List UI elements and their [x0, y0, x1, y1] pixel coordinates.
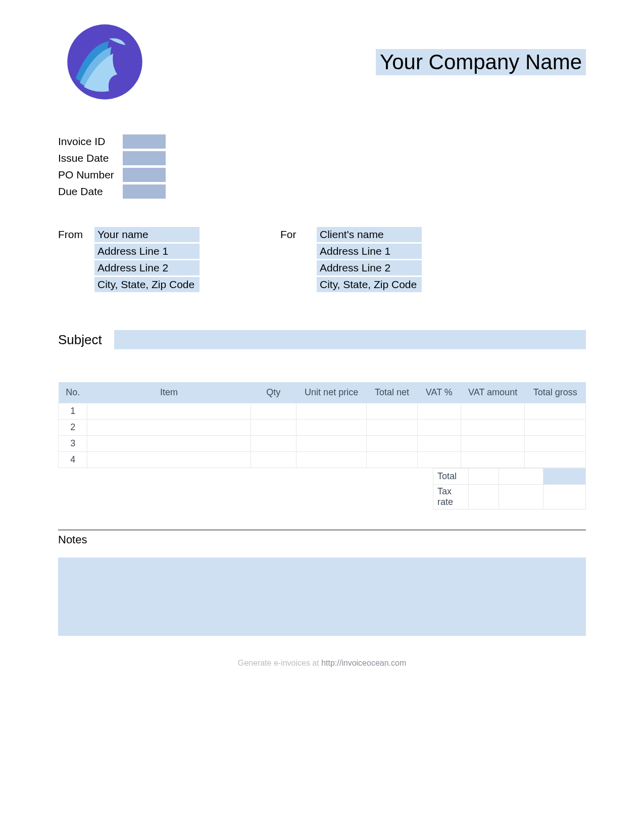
table-row: 4: [59, 452, 586, 468]
cell-gross[interactable]: [525, 452, 586, 468]
cell-item[interactable]: [87, 420, 251, 436]
total-gross[interactable]: [543, 469, 586, 485]
notes-label: Notes: [58, 533, 586, 546]
cell-vatamt[interactable]: [461, 436, 524, 452]
company-name[interactable]: Your Company Name: [376, 49, 586, 75]
cell-no: 3: [59, 436, 87, 452]
cell-qty[interactable]: [251, 420, 296, 436]
col-header-item: Item: [87, 382, 251, 403]
subject-field[interactable]: [114, 330, 586, 349]
invoice-id-field[interactable]: [123, 134, 166, 149]
total-vatp[interactable]: [469, 469, 499, 485]
footer-text: Generate e-invoices at: [238, 659, 321, 667]
cell-qty[interactable]: [251, 436, 296, 452]
footer-link[interactable]: http://invoiceocean.com: [321, 659, 406, 667]
from-name-field[interactable]: Your name: [94, 227, 200, 242]
taxrate-vatamt[interactable]: [499, 485, 543, 509]
subject-row: Subject: [58, 330, 586, 349]
cell-vatp[interactable]: [417, 452, 461, 468]
cell-unit[interactable]: [296, 420, 367, 436]
for-addr1-field[interactable]: Address Line 1: [317, 244, 422, 259]
from-addr1-field[interactable]: Address Line 1: [94, 244, 200, 259]
notes-section: Notes: [58, 530, 586, 636]
cell-no: 2: [59, 420, 87, 436]
table-row: 2: [59, 420, 586, 436]
cell-unit[interactable]: [296, 452, 367, 468]
footer: Generate e-invoices at http://invoiceoce…: [58, 659, 586, 668]
cell-totalnet[interactable]: [367, 452, 418, 468]
cell-gross[interactable]: [525, 436, 586, 452]
notes-field[interactable]: [58, 558, 586, 636]
col-header-no: No.: [59, 382, 87, 403]
from-city-field[interactable]: City, State, Zip Code: [94, 277, 200, 292]
cell-qty[interactable]: [251, 452, 296, 468]
cell-vatp[interactable]: [417, 403, 461, 420]
issue-date-field[interactable]: [123, 151, 166, 165]
total-label: Total: [433, 469, 469, 485]
header: Your Company Name: [58, 20, 586, 104]
from-addr2-field[interactable]: Address Line 2: [94, 260, 200, 275]
for-name-field[interactable]: Client's name: [317, 227, 422, 242]
cell-no: 4: [59, 452, 87, 468]
col-header-gross: Total gross: [525, 382, 586, 403]
issue-date-label: Issue Date: [58, 151, 123, 166]
cell-vatamt[interactable]: [461, 452, 524, 468]
cell-qty[interactable]: [251, 403, 296, 420]
cell-vatp[interactable]: [417, 436, 461, 452]
col-header-totalnet: Total net: [367, 382, 418, 403]
from-block: From Your name Address Line 1 Address Li…: [58, 227, 200, 292]
for-addr2-field[interactable]: Address Line 2: [317, 260, 422, 275]
cell-totalnet[interactable]: [367, 436, 418, 452]
po-number-field[interactable]: [123, 168, 166, 182]
cell-unit[interactable]: [296, 403, 367, 420]
col-header-unit: Unit net price: [296, 382, 367, 403]
subject-label: Subject: [58, 332, 102, 348]
col-header-vatamt: VAT amount: [461, 382, 524, 403]
invoice-meta: Invoice ID Issue Date PO Number Due Date: [58, 134, 586, 199]
cell-item[interactable]: [87, 452, 251, 468]
due-date-label: Due Date: [58, 184, 123, 199]
wave-logo-icon: [63, 20, 146, 104]
cell-gross[interactable]: [525, 420, 586, 436]
cell-unit[interactable]: [296, 436, 367, 452]
total-vatamt[interactable]: [499, 469, 543, 485]
table-row: 3: [59, 436, 586, 452]
for-block: For Client's name Address Line 1 Address…: [280, 227, 422, 292]
due-date-field[interactable]: [123, 184, 166, 199]
col-header-vatp: VAT %: [417, 382, 461, 403]
cell-gross[interactable]: [525, 403, 586, 420]
for-label: For: [280, 227, 317, 292]
invoice-id-label: Invoice ID: [58, 134, 123, 149]
cell-item[interactable]: [87, 403, 251, 420]
po-number-label: PO Number: [58, 167, 123, 182]
cell-vatamt[interactable]: [461, 403, 524, 420]
cell-vatp[interactable]: [417, 420, 461, 436]
for-city-field[interactable]: City, State, Zip Code: [317, 277, 422, 292]
cell-item[interactable]: [87, 436, 251, 452]
items-table: No. Item Qty Unit net price Total net VA…: [58, 382, 586, 468]
tax-rate-label: Tax rate: [433, 485, 469, 509]
cell-totalnet[interactable]: [367, 403, 418, 420]
col-header-qty: Qty: [251, 382, 296, 403]
cell-totalnet[interactable]: [367, 420, 418, 436]
table-row: 1: [59, 403, 586, 420]
taxrate-vatp[interactable]: [469, 485, 499, 509]
cell-no: 1: [59, 403, 87, 420]
cell-vatamt[interactable]: [461, 420, 524, 436]
totals-table: Total Tax rate: [433, 468, 586, 509]
taxrate-gross[interactable]: [543, 485, 586, 509]
from-label: From: [58, 227, 94, 292]
parties-section: From Your name Address Line 1 Address Li…: [58, 227, 586, 292]
